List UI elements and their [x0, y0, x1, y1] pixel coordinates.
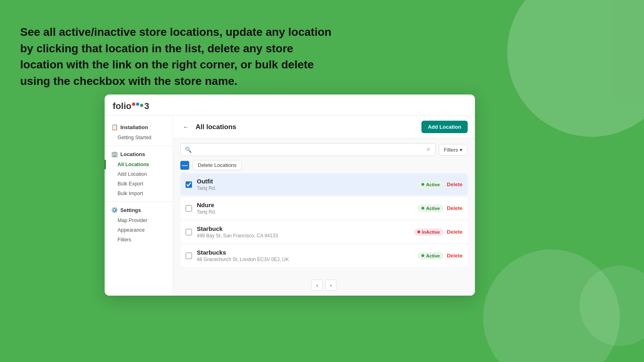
filters-label: Filters	[444, 147, 458, 153]
location-item[interactable]: Starbuck499 Bay St, San Francisco, CA 94…	[180, 221, 468, 243]
sidebar-section-title-installation[interactable]: 📋 Installation	[105, 121, 173, 133]
location-delete-button[interactable]: Delete	[447, 181, 462, 187]
logo: folio3	[113, 101, 467, 111]
location-actions: ActiveDelete	[418, 252, 462, 259]
status-dot-icon	[421, 207, 424, 210]
location-address: 499 Bay St, San Francisco, CA 94133	[197, 233, 414, 239]
sidebar-section-title-locations[interactable]: 🏢 Locations	[105, 148, 173, 160]
back-button[interactable]: ←	[180, 123, 192, 132]
sidebar-item-bulk-import[interactable]: Bulk Import	[105, 189, 173, 198]
location-item[interactable]: Starbucks48 Gracechurch St, London EC3V …	[180, 245, 468, 267]
location-info: Starbuck499 Bay St, San Francisco, CA 94…	[197, 225, 414, 239]
pagination-row: ‹ ›	[173, 276, 475, 296]
bg-decoration-top	[507, 0, 644, 137]
location-checkbox[interactable]	[186, 229, 192, 235]
sidebar-section-installation: 📋 Installation Getting Started	[105, 121, 173, 142]
logo-dot-red	[132, 103, 135, 106]
sidebar-item-appearance[interactable]: Appearance	[105, 225, 173, 235]
sidebar-item-filters[interactable]: Filters	[105, 235, 173, 245]
sidebar-item-add-location[interactable]: Add Location	[105, 169, 173, 179]
description-text: See all active/inactive store locations,…	[20, 24, 334, 89]
clear-icon[interactable]: ✕	[426, 146, 431, 153]
location-info: NdureTariq Rd.	[197, 202, 418, 215]
settings-icon: ⚙️	[111, 207, 118, 213]
app-header: folio3	[105, 95, 475, 116]
add-location-button[interactable]: Add Location	[421, 121, 468, 133]
location-checkbox[interactable]	[186, 205, 192, 212]
bulk-select-checkbox[interactable]: —	[180, 161, 189, 170]
search-icon: 🔍	[185, 146, 192, 153]
location-item[interactable]: NdureTariq Rd.ActiveDelete	[180, 197, 468, 219]
search-input-wrap: 🔍 ✕	[180, 143, 436, 156]
location-info: OutfitTariq Rd.	[197, 178, 418, 191]
pagination-next-button[interactable]: ›	[325, 280, 336, 291]
location-actions: ActiveDelete	[418, 181, 462, 188]
status-badge: Active	[418, 205, 444, 212]
sidebar-section-label-locations: Locations	[120, 151, 145, 157]
topbar-left: ← All locations	[180, 123, 236, 132]
sidebar-item-bulk-export[interactable]: Bulk Export	[105, 179, 173, 189]
location-address: Tariq Rd.	[197, 209, 418, 215]
sidebar-section-label-settings: Settings	[120, 207, 141, 213]
filters-chevron-icon: ▾	[460, 147, 462, 153]
location-checkbox[interactable]	[186, 253, 192, 259]
pagination-prev-button[interactable]: ‹	[312, 280, 323, 291]
location-item[interactable]: OutfitTariq Rd.ActiveDelete	[180, 173, 468, 195]
sidebar-section-label-installation: Installation	[120, 124, 148, 130]
bulk-checkbox-minus-icon: —	[182, 162, 188, 168]
main-topbar: ← All locations Add Location	[173, 116, 475, 138]
location-name: Starbuck	[197, 225, 414, 232]
location-address: Tariq Rd.	[197, 185, 418, 191]
locations-icon: 🏢	[111, 151, 118, 157]
status-badge: Active	[418, 252, 444, 259]
page-title: All locations	[196, 123, 236, 131]
app-window: folio3 📋 Installation Getting Started 🏢	[105, 95, 475, 296]
logo-folio-text: folio	[113, 101, 131, 111]
main-content: ← All locations Add Location 🔍 ✕ Filters…	[173, 116, 475, 296]
sidebar-item-getting-started[interactable]: Getting Started	[105, 133, 173, 142]
location-address: 48 Gracechurch St, London EC3V 0EJ, UK	[197, 257, 418, 262]
delete-locations-button[interactable]: Delete Locations	[192, 160, 242, 170]
sidebar-section-settings: ⚙️ Settings Map Provider Appearance Filt…	[105, 204, 173, 245]
location-name: Ndure	[197, 202, 418, 208]
installation-icon: 📋	[111, 124, 118, 130]
logo-dot-green	[140, 104, 143, 107]
location-checkbox[interactable]	[186, 181, 192, 188]
location-actions: ActiveDelete	[418, 205, 462, 212]
location-delete-button[interactable]: Delete	[447, 253, 462, 259]
status-dot-icon	[421, 183, 424, 186]
filters-button[interactable]: Filters ▾	[439, 144, 468, 156]
logo-dot-blue	[136, 103, 139, 106]
app-body: 📋 Installation Getting Started 🏢 Locatio…	[105, 116, 475, 296]
status-dot-icon	[417, 230, 420, 233]
location-name: Starbucks	[197, 249, 418, 256]
location-name: Outfit	[197, 178, 418, 185]
sidebar-item-all-locations[interactable]: All Locations	[105, 160, 173, 169]
location-actions: InActiveDelete	[414, 228, 462, 236]
search-input[interactable]	[195, 147, 423, 153]
action-row: — Delete Locations	[173, 158, 475, 173]
status-dot-icon	[421, 254, 424, 257]
locations-list: OutfitTariq Rd.ActiveDeleteNdureTariq Rd…	[173, 173, 475, 276]
sidebar-divider-2	[105, 202, 173, 202]
sidebar-section-locations: 🏢 Locations All Locations Add Location B…	[105, 148, 173, 198]
search-bar-row: 🔍 ✕ Filters ▾	[173, 138, 475, 158]
status-badge: InActive	[414, 228, 444, 236]
location-delete-button[interactable]: Delete	[447, 229, 462, 235]
status-badge: Active	[418, 181, 444, 188]
sidebar-item-map-provider[interactable]: Map Provider	[105, 216, 173, 225]
location-delete-button[interactable]: Delete	[447, 205, 462, 211]
location-info: Starbucks48 Gracechurch St, London EC3V …	[197, 249, 418, 262]
logo-3-text: 3	[144, 101, 149, 111]
sidebar-divider-1	[105, 146, 173, 146]
sidebar: 📋 Installation Getting Started 🏢 Locatio…	[105, 116, 173, 296]
sidebar-section-title-settings[interactable]: ⚙️ Settings	[105, 204, 173, 216]
